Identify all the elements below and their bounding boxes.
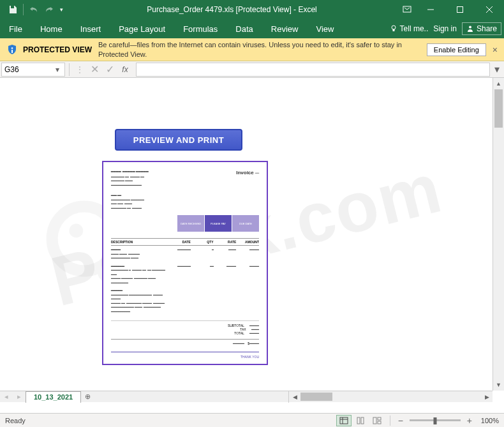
svg-rect-18 (373, 417, 376, 424)
zoom-slider[interactable] (410, 419, 461, 421)
horizontal-scrollbar[interactable]: ◀ ▶ (289, 391, 493, 402)
undo-icon[interactable] (26, 2, 41, 17)
zoom-slider-thumb[interactable] (433, 417, 436, 424)
sheet-nav-next-icon[interactable]: ▸ (13, 393, 26, 401)
zoom-percentage[interactable]: 100% (481, 417, 499, 424)
add-sheet-icon[interactable]: ⊕ (81, 393, 94, 401)
name-box-dropdown-icon[interactable]: ▾ (53, 65, 62, 74)
name-box[interactable]: G36 ▾ (1, 63, 65, 77)
save-icon[interactable] (5, 2, 20, 17)
tell-me-search[interactable]: Tell me.. (390, 24, 429, 33)
protected-view-close-icon[interactable]: × (493, 45, 498, 55)
vertical-scrollbar[interactable]: ▲ ▼ (493, 78, 504, 391)
enable-editing-button[interactable]: Enable Editing (427, 43, 486, 56)
tab-page-layout[interactable]: Page Layout (110, 19, 174, 38)
redo-icon[interactable] (41, 2, 57, 17)
scroll-up-icon[interactable]: ▲ (493, 78, 504, 89)
page-layout-view-icon[interactable] (353, 415, 368, 426)
svg-rect-6 (392, 29, 394, 31)
lightbulb-icon (390, 25, 397, 33)
minimize-button[interactable] (416, 0, 445, 19)
preview-and-print-button[interactable]: PREVIEW AND PRINT (115, 129, 242, 151)
shield-icon (6, 44, 18, 56)
formula-input[interactable] (136, 63, 490, 77)
status-ready: Ready (5, 417, 26, 424)
zoom-in-button[interactable]: + (464, 416, 475, 426)
scroll-down-icon[interactable]: ▼ (493, 379, 504, 391)
svg-rect-9 (11, 50, 13, 53)
title-bar: ▾ Purchase_Order 4479.xls [Protected Vie… (0, 0, 504, 19)
svg-rect-13 (340, 417, 348, 424)
svg-point-7 (469, 26, 471, 29)
invoice-company-block: ━━━━ ━━━━━ ━━━━━ ━━━━━━━ ━━ ━━━━━ ━━ ━━━… (111, 170, 149, 187)
close-button[interactable] (475, 0, 504, 19)
svg-point-8 (11, 47, 13, 49)
normal-view-icon[interactable] (336, 415, 352, 426)
sign-in-link[interactable]: Sign in (433, 24, 457, 33)
status-bar: Ready − + 100% (0, 413, 504, 427)
tab-data[interactable]: Data (226, 19, 262, 38)
spreadsheet-grid[interactable]: PCrisk.com PREVIEW AND PRINT ━━━━ ━━━━━ … (0, 78, 493, 391)
invoice-bill-to: ━━━ ━━ ━━━━━━━━━━ ━━━━━━━ ━━━ ━━━ ━━━━ ━… (111, 193, 259, 210)
invoice-totals: SUBTOTAL ━━━━━ TAX ━━━━ TOTAL ━━━━━ ━━━━… (111, 320, 259, 345)
sheet-nav-prev-icon[interactable]: ◂ (0, 393, 13, 401)
window-controls (416, 0, 504, 19)
tab-review[interactable]: Review (262, 19, 308, 38)
vertical-scroll-thumb[interactable] (494, 89, 503, 128)
insert-function-icon[interactable]: fx (118, 63, 132, 77)
formula-functions-icon[interactable]: ⋮ (73, 65, 86, 74)
invoice-thumbnail[interactable]: ━━━━ ━━━━━ ━━━━━ ━━━━━━━ ━━ ━━━━━ ━━ ━━━… (102, 161, 268, 365)
quick-access-toolbar: ▾ (0, 2, 66, 17)
ribbon-tabs: File Home Insert Page Layout Formulas Da… (0, 19, 504, 38)
sheet-tab-active[interactable]: 10_13_2021 (26, 391, 81, 403)
tab-formulas[interactable]: Formulas (174, 19, 226, 38)
invoice-thanks: THANK YOU (111, 352, 259, 359)
qat-customize-icon[interactable]: ▾ (57, 2, 66, 17)
maximize-button[interactable] (445, 0, 475, 19)
tab-home[interactable]: Home (31, 19, 71, 38)
window-title: Purchase_Order 4479.xls [Protected View]… (66, 5, 398, 14)
horizontal-scroll-thumb[interactable] (300, 393, 332, 401)
protected-view-title: PROTECTED VIEW (23, 45, 92, 54)
sheet-tabs: ◂ ▸ 10_13_2021 ⊕ (0, 391, 289, 402)
formula-bar: G36 ▾ ⋮ ✕ ✓ fx ▾ (0, 61, 504, 78)
protected-view-bar: PROTECTED VIEW Be careful—files from the… (0, 38, 504, 61)
tab-file[interactable]: File (0, 19, 31, 38)
spreadsheet-area: PCrisk.com PREVIEW AND PRINT ━━━━ ━━━━━ … (0, 78, 504, 402)
scroll-right-icon[interactable]: ▶ (481, 391, 493, 402)
cancel-formula-icon[interactable]: ✕ (87, 63, 101, 77)
expand-formula-bar-icon[interactable]: ▾ (491, 63, 503, 75)
page-break-view-icon[interactable] (369, 415, 385, 426)
invoice-line-items: DESCRIPTION DATE QTY RATE AMOUNT ━━━━━━━… (111, 238, 259, 315)
svg-point-5 (392, 26, 396, 29)
ribbon-display-options-icon[interactable] (398, 0, 416, 19)
svg-point-12 (70, 224, 84, 238)
enter-formula-icon[interactable]: ✓ (103, 63, 117, 77)
tab-view[interactable]: View (307, 19, 343, 38)
protected-view-message: Be careful—files from the Internet can c… (98, 40, 427, 59)
tab-insert[interactable]: Insert (71, 19, 110, 38)
svg-rect-16 (357, 417, 360, 424)
zoom-out-button[interactable]: − (396, 416, 406, 426)
invoice-title: Invoice ━━ (236, 170, 259, 187)
svg-rect-17 (361, 417, 364, 424)
scroll-left-icon[interactable]: ◀ (289, 391, 300, 402)
share-icon (466, 25, 474, 33)
invoice-summary-boxes: DATE RECEIVED PLEASE PAY DUE DATE (111, 215, 259, 232)
svg-rect-2 (457, 7, 463, 13)
svg-rect-20 (378, 421, 381, 424)
share-button[interactable]: Share (462, 22, 501, 35)
svg-rect-19 (378, 417, 381, 420)
